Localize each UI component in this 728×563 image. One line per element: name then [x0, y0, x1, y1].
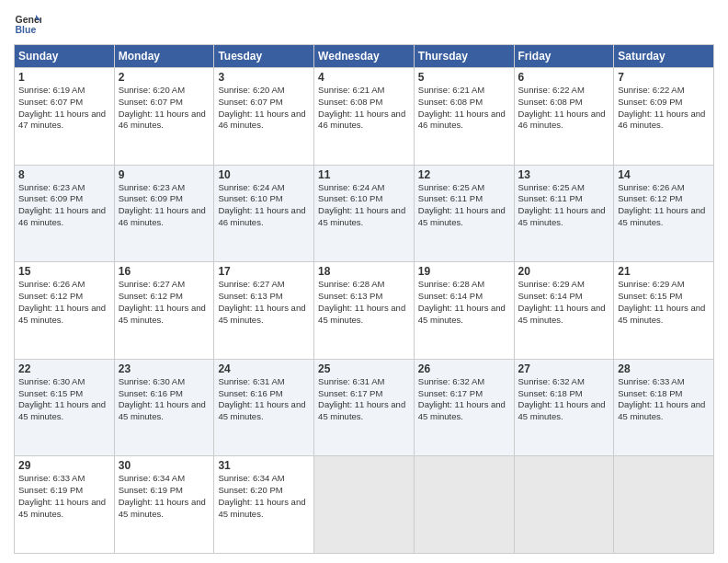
day-number: 4: [318, 71, 410, 84]
weekday-header: Saturday: [614, 45, 714, 68]
day-info: Sunrise: 6:33 AMSunset: 6:19 PMDaylight:…: [18, 473, 110, 520]
weekday-header: Wednesday: [314, 45, 415, 68]
calendar-week-row: 15Sunrise: 6:26 AMSunset: 6:12 PMDayligh…: [15, 262, 714, 360]
day-info: Sunrise: 6:21 AMSunset: 6:08 PMDaylight:…: [418, 85, 510, 132]
day-info: Sunrise: 6:27 AMSunset: 6:13 PMDaylight:…: [218, 279, 310, 326]
day-info: Sunrise: 6:28 AMSunset: 6:13 PMDaylight:…: [318, 279, 410, 326]
calendar-cell: 23Sunrise: 6:30 AMSunset: 6:16 PMDayligh…: [114, 359, 214, 456]
calendar-week-row: 1Sunrise: 6:19 AMSunset: 6:07 PMDaylight…: [15, 68, 714, 166]
day-number: 7: [618, 71, 710, 84]
day-number: 8: [18, 168, 110, 181]
day-info: Sunrise: 6:29 AMSunset: 6:14 PMDaylight:…: [518, 279, 610, 326]
day-info: Sunrise: 6:30 AMSunset: 6:15 PMDaylight:…: [18, 376, 110, 423]
calendar: SundayMondayTuesdayWednesdayThursdayFrid…: [14, 44, 714, 554]
day-number: 2: [119, 71, 210, 84]
day-number: 31: [218, 459, 310, 472]
calendar-cell: 31Sunrise: 6:34 AMSunset: 6:20 PMDayligh…: [214, 456, 314, 554]
day-info: Sunrise: 6:27 AMSunset: 6:12 PMDaylight:…: [119, 279, 210, 326]
calendar-cell: [314, 456, 415, 554]
calendar-cell: 6Sunrise: 6:22 AMSunset: 6:08 PMDaylight…: [514, 68, 614, 166]
day-info: Sunrise: 6:31 AMSunset: 6:16 PMDaylight:…: [218, 376, 310, 423]
calendar-cell: 7Sunrise: 6:22 AMSunset: 6:09 PMDaylight…: [614, 68, 714, 166]
calendar-cell: [514, 456, 614, 554]
calendar-week-row: 8Sunrise: 6:23 AMSunset: 6:09 PMDaylight…: [15, 165, 714, 262]
day-number: 22: [18, 362, 110, 375]
day-info: Sunrise: 6:26 AMSunset: 6:12 PMDaylight:…: [618, 182, 710, 229]
day-number: 5: [418, 71, 510, 84]
day-number: 14: [618, 168, 710, 181]
logo-icon: General Blue: [14, 9, 41, 37]
day-number: 28: [618, 362, 710, 375]
day-number: 13: [518, 168, 610, 181]
calendar-cell: [414, 456, 514, 554]
day-info: Sunrise: 6:25 AMSunset: 6:11 PMDaylight:…: [518, 182, 610, 229]
calendar-cell: 15Sunrise: 6:26 AMSunset: 6:12 PMDayligh…: [15, 262, 115, 360]
day-info: Sunrise: 6:22 AMSunset: 6:09 PMDaylight:…: [618, 85, 710, 132]
calendar-cell: 4Sunrise: 6:21 AMSunset: 6:08 PMDaylight…: [314, 68, 415, 166]
calendar-cell: 12Sunrise: 6:25 AMSunset: 6:11 PMDayligh…: [414, 165, 514, 262]
calendar-cell: 19Sunrise: 6:28 AMSunset: 6:14 PMDayligh…: [414, 262, 514, 360]
calendar-cell: 25Sunrise: 6:31 AMSunset: 6:17 PMDayligh…: [314, 359, 415, 456]
day-info: Sunrise: 6:33 AMSunset: 6:18 PMDaylight:…: [618, 376, 710, 423]
calendar-cell: [614, 456, 714, 554]
day-info: Sunrise: 6:28 AMSunset: 6:14 PMDaylight:…: [418, 279, 510, 326]
page: General Blue SundayMondayTuesdayWednesda…: [0, 0, 728, 563]
calendar-cell: 27Sunrise: 6:32 AMSunset: 6:18 PMDayligh…: [514, 359, 614, 456]
day-number: 15: [18, 265, 110, 278]
day-number: 3: [218, 71, 310, 84]
day-info: Sunrise: 6:34 AMSunset: 6:20 PMDaylight:…: [218, 473, 310, 520]
day-info: Sunrise: 6:31 AMSunset: 6:17 PMDaylight:…: [318, 376, 410, 423]
logo: General Blue: [14, 9, 41, 37]
day-number: 18: [318, 265, 410, 278]
day-info: Sunrise: 6:30 AMSunset: 6:16 PMDaylight:…: [119, 376, 210, 423]
calendar-cell: 17Sunrise: 6:27 AMSunset: 6:13 PMDayligh…: [214, 262, 314, 360]
calendar-cell: 9Sunrise: 6:23 AMSunset: 6:09 PMDaylight…: [114, 165, 214, 262]
calendar-cell: 10Sunrise: 6:24 AMSunset: 6:10 PMDayligh…: [214, 165, 314, 262]
calendar-cell: 18Sunrise: 6:28 AMSunset: 6:13 PMDayligh…: [314, 262, 415, 360]
day-info: Sunrise: 6:24 AMSunset: 6:10 PMDaylight:…: [318, 182, 410, 229]
day-number: 23: [119, 362, 210, 375]
day-number: 24: [218, 362, 310, 375]
calendar-cell: 13Sunrise: 6:25 AMSunset: 6:11 PMDayligh…: [514, 165, 614, 262]
day-number: 17: [218, 265, 310, 278]
day-number: 1: [18, 71, 110, 84]
weekday-header: Thursday: [414, 45, 514, 68]
day-number: 11: [318, 168, 410, 181]
calendar-cell: 11Sunrise: 6:24 AMSunset: 6:10 PMDayligh…: [314, 165, 415, 262]
day-info: Sunrise: 6:25 AMSunset: 6:11 PMDaylight:…: [418, 182, 510, 229]
day-number: 20: [518, 265, 610, 278]
calendar-cell: 1Sunrise: 6:19 AMSunset: 6:07 PMDaylight…: [15, 68, 115, 166]
day-info: Sunrise: 6:22 AMSunset: 6:08 PMDaylight:…: [518, 85, 610, 132]
calendar-cell: 8Sunrise: 6:23 AMSunset: 6:09 PMDaylight…: [15, 165, 115, 262]
day-number: 21: [618, 265, 710, 278]
day-number: 26: [418, 362, 510, 375]
calendar-cell: 26Sunrise: 6:32 AMSunset: 6:17 PMDayligh…: [414, 359, 514, 456]
calendar-cell: 5Sunrise: 6:21 AMSunset: 6:08 PMDaylight…: [414, 68, 514, 166]
calendar-table: SundayMondayTuesdayWednesdayThursdayFrid…: [14, 44, 714, 554]
day-number: 9: [119, 168, 210, 181]
header: General Blue: [14, 9, 714, 37]
svg-text:Blue: Blue: [16, 24, 37, 35]
day-number: 30: [119, 459, 210, 472]
calendar-cell: 3Sunrise: 6:20 AMSunset: 6:07 PMDaylight…: [214, 68, 314, 166]
weekday-header: Monday: [114, 45, 214, 68]
day-info: Sunrise: 6:24 AMSunset: 6:10 PMDaylight:…: [218, 182, 310, 229]
day-info: Sunrise: 6:19 AMSunset: 6:07 PMDaylight:…: [18, 85, 110, 132]
weekday-header: Friday: [514, 45, 614, 68]
calendar-cell: 24Sunrise: 6:31 AMSunset: 6:16 PMDayligh…: [214, 359, 314, 456]
day-info: Sunrise: 6:20 AMSunset: 6:07 PMDaylight:…: [218, 85, 310, 132]
calendar-week-row: 29Sunrise: 6:33 AMSunset: 6:19 PMDayligh…: [15, 456, 714, 554]
day-number: 27: [518, 362, 610, 375]
day-info: Sunrise: 6:34 AMSunset: 6:19 PMDaylight:…: [119, 473, 210, 520]
day-number: 16: [119, 265, 210, 278]
day-number: 10: [218, 168, 310, 181]
day-info: Sunrise: 6:21 AMSunset: 6:08 PMDaylight:…: [318, 85, 410, 132]
day-info: Sunrise: 6:32 AMSunset: 6:18 PMDaylight:…: [518, 376, 610, 423]
day-number: 29: [18, 459, 110, 472]
header-row: SundayMondayTuesdayWednesdayThursdayFrid…: [15, 45, 714, 68]
day-info: Sunrise: 6:23 AMSunset: 6:09 PMDaylight:…: [18, 182, 110, 229]
day-info: Sunrise: 6:26 AMSunset: 6:12 PMDaylight:…: [18, 279, 110, 326]
calendar-cell: 29Sunrise: 6:33 AMSunset: 6:19 PMDayligh…: [15, 456, 115, 554]
calendar-cell: 21Sunrise: 6:29 AMSunset: 6:15 PMDayligh…: [614, 262, 714, 360]
calendar-cell: 22Sunrise: 6:30 AMSunset: 6:15 PMDayligh…: [15, 359, 115, 456]
